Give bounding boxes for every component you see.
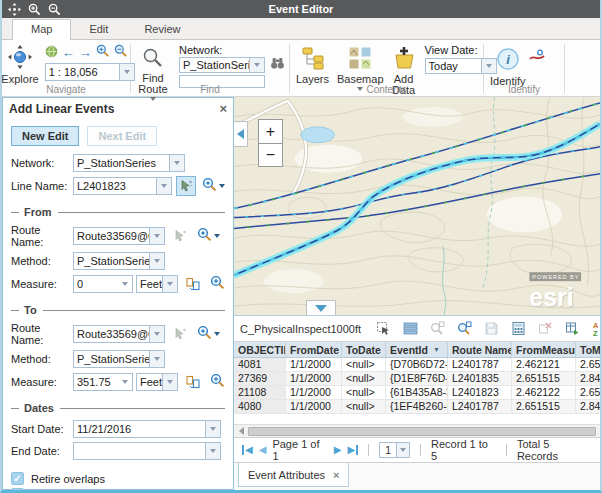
column-header[interactable]: Route Name [448,342,512,357]
identify-route-location-icon[interactable] [529,49,545,67]
switch-selection-icon[interactable] [564,321,580,337]
new-edit-button[interactable]: New Edit [11,126,79,146]
table-row[interactable]: 211081/1/2000<null>{61B435A8-3L24018232.… [234,386,600,400]
start-date-combobox[interactable]: 11/21/2016 [73,420,221,438]
explore-button[interactable]: Explore [0,43,43,86]
from-offset-icon[interactable] [182,274,204,294]
page-number-dropdown-button[interactable] [396,443,409,457]
zoom-to-to-route-icon[interactable] [197,325,212,344]
identify-button[interactable]: i Identify [486,45,529,88]
last-page-button[interactable]: ▶ [347,445,358,455]
from-unit-dropdown-button[interactable] [162,276,177,292]
from-route-dropdown-button[interactable] [149,228,164,244]
from-measure-combobox[interactable]: 0 [73,275,133,293]
tab-close-icon[interactable]: × [333,469,339,481]
column-header[interactable]: FromDate [286,342,342,357]
previous-page-button[interactable]: ◀ [259,445,267,455]
table-cell: L2401787 [448,358,512,371]
end-date-combobox[interactable] [73,442,221,460]
zoom-to-from-route-icon[interactable] [197,227,212,246]
column-header[interactable]: EventId▼ [386,342,448,357]
end-date-dropdown-button[interactable] [205,443,220,459]
pan-to-selected-icon[interactable] [456,321,472,337]
first-page-button[interactable]: ◀ [242,445,253,455]
map-view[interactable]: POWERED BY esri esri + − [234,97,600,316]
zoom-to-line-caret[interactable] [219,184,225,188]
map-zoom-in-button[interactable]: + [258,119,283,143]
binoculars-icon[interactable] [270,56,285,74]
map-zoom-out-button[interactable]: − [258,143,283,167]
checkbox-row[interactable]: ✓Merge coincident events [11,488,225,493]
zoom-out-tool-icon[interactable] [114,44,128,62]
tab-review[interactable]: Review [126,20,198,39]
field-calculator-icon[interactable] [510,321,526,337]
collapse-table-button[interactable] [306,300,336,315]
to-route-combobox[interactable]: Route33569@Cent [73,325,165,343]
to-measure-combobox[interactable]: 351.75 [73,373,133,391]
to-route-dropdown-button[interactable] [149,326,164,342]
to-method-combobox[interactable]: P_StationSeries [73,350,165,368]
column-header[interactable]: OBJECTID [234,342,286,357]
tab-edit[interactable]: Edit [71,20,126,39]
column-header[interactable]: FromMeasure [512,342,576,357]
map-scale-combobox[interactable]: 1 : 18,056 [45,63,135,81]
selection-options-icon[interactable] [375,321,391,337]
column-header[interactable]: ToDate [342,342,386,357]
from-unit-combobox[interactable]: Feet [136,275,178,293]
start-date-label: Start Date: [11,423,73,435]
ribbon: Explore ← → 1 : 18,056 Navigate [2,40,600,97]
page-number-combobox[interactable]: 1 [379,442,410,458]
checkbox-checked[interactable]: ✓ [11,472,24,485]
network-combobox[interactable]: P_StationSeries [73,154,185,172]
to-measure-dropdown-button[interactable] [117,374,132,390]
to-offset-icon[interactable] [182,372,204,392]
sort-icon[interactable]: AZ [591,321,602,337]
find-network-combobox[interactable]: P_StationSeries [179,57,265,73]
from-method-combobox[interactable]: P_StationSeries [73,252,165,270]
to-unit-dropdown-button[interactable] [162,374,177,390]
line-name-combobox[interactable]: L2401823 [73,177,172,195]
start-date-dropdown-button[interactable] [205,421,220,437]
next-extent-icon[interactable]: → [79,47,92,59]
network-dropdown-button[interactable] [169,155,184,171]
tab-event-attributes[interactable]: Event Attributes × [238,463,349,487]
zoom-to-to-measure-icon[interactable] [210,373,225,392]
zoom-to-from-measure-icon[interactable] [210,275,225,294]
previous-extent-icon[interactable]: ← [62,47,75,59]
find-network-dropdown-button[interactable] [249,58,264,72]
table-row[interactable]: 40811/1/2000<null>{D70B6D72-3L24017872.4… [234,358,600,372]
from-route-combobox[interactable]: Route33569@Cent [73,227,165,245]
full-extent-icon[interactable] [45,44,58,62]
next-page-button[interactable]: ▶ [334,445,342,455]
scroll-left-button[interactable] [234,425,248,437]
zoom-to-line-icon[interactable] [202,177,217,196]
from-method-dropdown-button[interactable] [149,253,164,269]
table-cell: 2.8409 [576,400,600,413]
panel-close-icon[interactable]: × [219,103,227,115]
select-from-route-on-map-button[interactable] [169,226,191,246]
from-measure-dropdown-button[interactable] [117,276,132,292]
zoom-in-tool-icon[interactable] [96,44,110,62]
collapse-panel-left-button[interactable] [234,121,248,147]
checkbox-checked[interactable]: ✓ [11,488,24,493]
table-cell: <null> [342,400,386,413]
ribbon-group-identify: i Identify Identify [484,40,564,96]
scrollbar-thumb[interactable] [248,427,596,436]
tab-map[interactable]: Map [12,19,71,40]
from-method-label: Method: [11,255,73,267]
layers-button[interactable]: Layers [292,45,333,86]
to-unit-combobox[interactable]: Feet [136,373,178,391]
line-name-dropdown-button[interactable] [156,178,171,194]
zoom-to-from-route-caret[interactable] [214,234,220,238]
table-cell: 27369 [234,372,286,385]
checkbox-row[interactable]: ✓Retire overlaps [11,472,225,485]
select-to-route-on-map-button[interactable] [169,324,191,344]
table-row[interactable]: 40801/1/2000<null>{1EF4B260-FL24017872.6… [234,400,600,414]
select-line-on-map-button[interactable] [176,176,196,196]
column-header[interactable]: ToMea [576,342,600,357]
zoom-to-to-route-caret[interactable] [214,332,220,336]
to-method-dropdown-button[interactable] [149,351,164,367]
table-row[interactable]: 273691/1/2000<null>{D1E8F76D-FL24018352.… [234,372,600,386]
horizontal-scrollbar[interactable] [234,424,600,437]
show-selected-records-icon[interactable] [402,321,418,337]
